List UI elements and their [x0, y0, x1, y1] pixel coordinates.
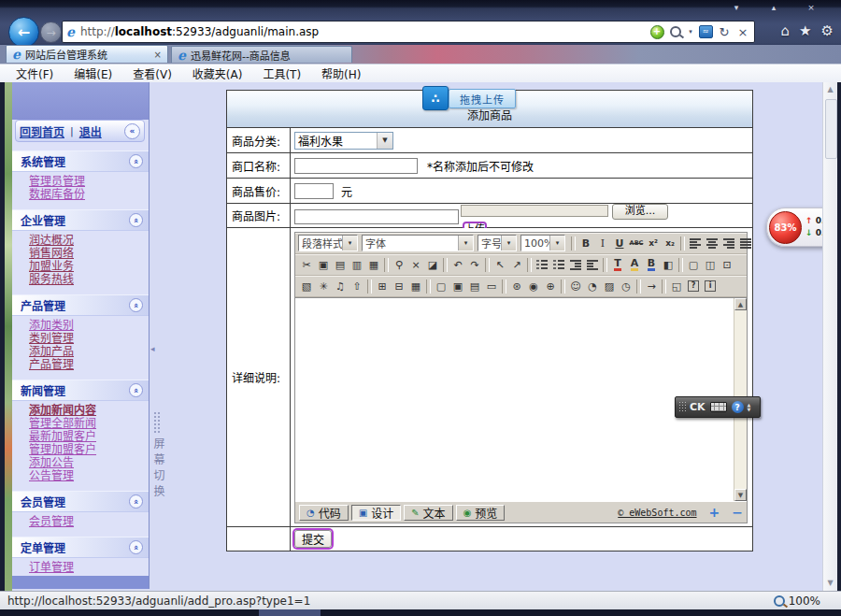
- sidebar-link[interactable]: 管理员管理: [29, 175, 149, 188]
- sidebar-link[interactable]: 数据库备份: [29, 188, 149, 201]
- help-icon[interactable]: ?: [685, 278, 702, 294]
- scroll-up-icon[interactable]: ▲: [823, 82, 837, 97]
- refresh-icon[interactable]: ↻: [717, 24, 732, 39]
- panel-collapse-arrow-icon[interactable]: ◂: [150, 344, 155, 353]
- outdent-icon[interactable]: [584, 256, 601, 273]
- menu-item[interactable]: 文件(F): [6, 65, 64, 81]
- ime-grip-icon[interactable]: [678, 401, 687, 413]
- indent-icon[interactable]: [567, 256, 584, 273]
- tab-close-icon[interactable]: ×: [154, 50, 162, 60]
- ime-help-icon[interactable]: ?: [732, 401, 744, 413]
- menu-item[interactable]: 工具(T): [252, 65, 311, 81]
- section-collapse-icon[interactable]: «: [129, 154, 143, 168]
- screen-switch-label[interactable]: 屏幕切换: [150, 437, 166, 501]
- zoom-icon[interactable]: [774, 595, 785, 607]
- sidebar-link[interactable]: 润达概况: [29, 234, 149, 247]
- text-tab[interactable]: ✎文本: [404, 505, 452, 521]
- search-dropdown-icon[interactable]: ▾: [687, 24, 694, 39]
- fullscreen-icon[interactable]: ◱: [668, 278, 685, 294]
- ime-collapse-icons[interactable]: ▲▼: [748, 403, 751, 412]
- design-tab[interactable]: ▣设计: [351, 505, 401, 521]
- font-dropdown[interactable]: 字体▾: [362, 235, 474, 251]
- select-arrow-icon[interactable]: ▼: [377, 133, 392, 149]
- scrollbar-thumb[interactable]: [825, 99, 837, 159]
- browse-button[interactable]: 浏览...: [612, 204, 668, 220]
- info-icon[interactable]: i: [702, 278, 719, 294]
- editor-grow-icon[interactable]: +: [709, 505, 720, 520]
- ordered-list-icon[interactable]: [534, 256, 550, 273]
- paste-word-icon[interactable]: ▦: [365, 256, 382, 273]
- table-select-icon[interactable]: ⊟: [391, 278, 407, 294]
- sidebar-link[interactable]: 添加类别: [29, 319, 149, 332]
- web-link-icon[interactable]: ⊛: [508, 278, 525, 294]
- delete-icon[interactable]: ×: [407, 256, 424, 273]
- undo-icon[interactable]: ↶: [449, 256, 466, 273]
- exit-icon[interactable]: →: [643, 278, 660, 294]
- scroll-down-icon[interactable]: ▼: [823, 576, 837, 591]
- close-button[interactable]: ×: [798, 1, 824, 14]
- panel-grip-icon[interactable]: [153, 411, 162, 434]
- separator[interactable]: [527, 258, 532, 272]
- image-url-input[interactable]: [294, 209, 459, 224]
- separator[interactable]: [636, 279, 641, 294]
- dropdown-arrow-icon[interactable]: ▾: [342, 236, 357, 251]
- italic-icon[interactable]: I: [594, 235, 611, 251]
- tab-flower-site[interactable]: e 迅易鲜花网--商品信息: [171, 46, 352, 63]
- absolute-position-icon[interactable]: ▢: [685, 256, 702, 273]
- separator[interactable]: [443, 258, 448, 272]
- maximize-button[interactable]: ▴: [761, 1, 787, 14]
- strikethrough-icon[interactable]: ABC: [628, 235, 645, 251]
- section-collapse-icon[interactable]: «: [129, 213, 143, 227]
- separator[interactable]: [571, 236, 576, 251]
- forward-button[interactable]: →: [40, 21, 62, 43]
- separator[interactable]: [502, 279, 506, 294]
- upload-file-icon[interactable]: ⇧: [349, 278, 365, 294]
- sidebar-link[interactable]: 会员管理: [29, 515, 149, 528]
- scroll-down-icon[interactable]: ▼: [734, 489, 747, 501]
- sidebar-link[interactable]: 公告管理: [29, 469, 149, 482]
- paragraph-style-dropdown[interactable]: 段落样式▾: [298, 235, 358, 251]
- section-collapse-icon[interactable]: «: [129, 540, 143, 554]
- border-color-icon[interactable]: B: [643, 256, 660, 273]
- chart-icon[interactable]: ▨: [601, 278, 618, 294]
- section-collapse-icon[interactable]: «: [129, 383, 143, 397]
- superscript-icon[interactable]: x²: [645, 235, 662, 251]
- ime-toolbar[interactable]: CK ? ▲▼: [675, 396, 761, 418]
- underline-icon[interactable]: U: [611, 235, 628, 251]
- align-right-icon[interactable]: [720, 235, 737, 251]
- bring-to-front-icon[interactable]: ◫: [702, 256, 719, 273]
- emoticon-icon[interactable]: ☺: [567, 278, 584, 294]
- sidebar-section-header[interactable]: 产品管理 «: [12, 294, 149, 316]
- align-left-icon[interactable]: [687, 235, 704, 251]
- scroll-up-icon[interactable]: ▲: [734, 298, 747, 310]
- sidebar-section-header[interactable]: 定单管理 «: [12, 537, 149, 558]
- separator[interactable]: [603, 258, 607, 272]
- tab-admin-system[interactable]: e 网站后台管理系统 ×: [6, 45, 168, 63]
- fill-color-icon[interactable]: ◧: [660, 256, 677, 273]
- menu-item[interactable]: 编辑(E): [64, 65, 122, 81]
- sidebar-link[interactable]: 管理全部新闻: [29, 417, 149, 430]
- preview-tab[interactable]: ◉预览: [456, 505, 506, 521]
- dropdown-arrow-icon[interactable]: ▾: [549, 236, 564, 251]
- separator[interactable]: [680, 236, 685, 251]
- paste-page-icon[interactable]: ▣: [449, 278, 466, 294]
- zoom-level[interactable]: 100%: [789, 595, 820, 608]
- code-tab[interactable]: ◔代码: [299, 505, 349, 521]
- dropdown-arrow-icon[interactable]: ▾: [458, 236, 473, 251]
- sidebar-section-header[interactable]: 企业管理 «: [12, 209, 149, 231]
- editor-shrink-icon[interactable]: −: [732, 505, 743, 520]
- unordered-list-icon[interactable]: [550, 256, 567, 273]
- text-field-icon[interactable]: ▭: [483, 278, 500, 294]
- dropdown-arrow-icon[interactable]: ▾: [501, 236, 516, 251]
- paste-text-icon[interactable]: ▥: [349, 256, 365, 273]
- separator[interactable]: [367, 279, 372, 294]
- redo-icon[interactable]: ↷: [466, 256, 483, 273]
- insert-image-icon[interactable]: ▧: [298, 278, 315, 294]
- home-button[interactable]: ⌂: [781, 22, 791, 39]
- separator[interactable]: [426, 279, 431, 294]
- menu-item[interactable]: 帮助(H): [311, 65, 371, 81]
- eraser-icon[interactable]: ◪: [424, 256, 441, 273]
- send-to-back-icon[interactable]: ⊡: [719, 256, 735, 273]
- logout-link[interactable]: 退出: [79, 123, 102, 139]
- globe-link-icon[interactable]: ◉: [525, 278, 542, 294]
